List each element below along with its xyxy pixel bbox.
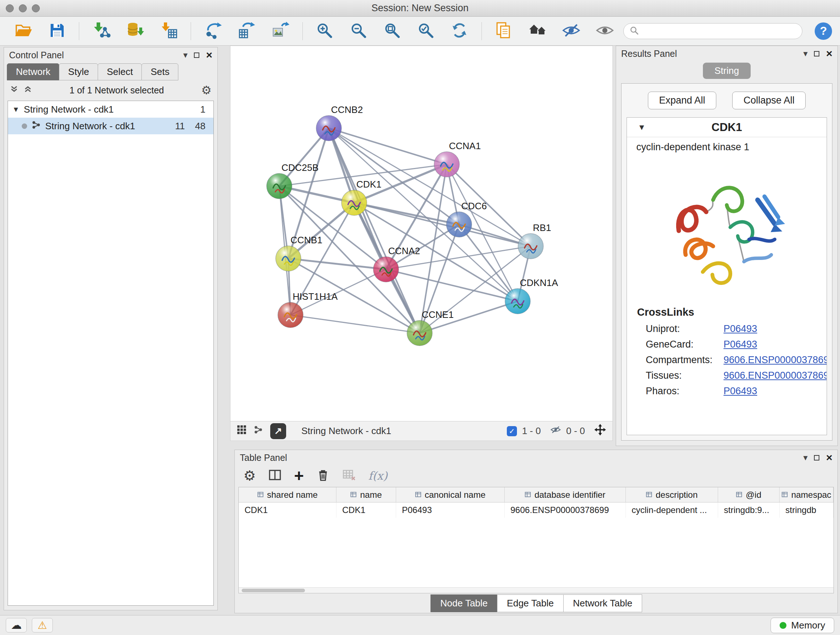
panel-float-icon[interactable]	[194, 52, 199, 58]
search-input[interactable]	[643, 26, 797, 36]
expand-all-button[interactable]: Expand All	[648, 92, 717, 109]
warnings-button[interactable]: ⚠	[32, 618, 53, 632]
zoom-selected-button[interactable]	[410, 19, 441, 43]
panel-menu-icon[interactable]: ▾	[803, 49, 807, 58]
table-row[interactable]: CDK1 CDK1 P06493 9606.ENSP00000378699 cy…	[239, 502, 834, 518]
pan-move-icon[interactable]	[594, 424, 606, 438]
collapse-all-icon[interactable]	[10, 85, 19, 96]
panel-close-icon[interactable]: ×	[826, 48, 832, 59]
panel-close-icon[interactable]: ×	[826, 452, 832, 463]
panel-float-icon[interactable]	[814, 51, 819, 57]
node-label: CCNA1	[449, 141, 481, 151]
show-columns-icon[interactable]	[268, 468, 282, 483]
export-image-button[interactable]	[265, 19, 296, 43]
crosslink-row: Compartments: 9606.ENSP00000378699	[627, 352, 827, 368]
cloud-status-button[interactable]: ☁	[6, 618, 27, 632]
column-header[interactable]: description	[626, 487, 718, 502]
cell-description[interactable]: cyclin-dependent ...	[626, 502, 718, 518]
database-import-icon	[126, 21, 144, 41]
column-header[interactable]: @id	[718, 487, 780, 502]
import-table-button[interactable]	[153, 19, 184, 43]
save-session-button[interactable]	[42, 19, 73, 43]
cell-name[interactable]: CDK1	[336, 502, 396, 518]
network-glyph-icon[interactable]	[254, 425, 263, 437]
panel-menu-icon[interactable]: ▾	[183, 51, 187, 59]
network-node[interactable]: CCNB1	[276, 234, 322, 271]
column-header[interactable]: canonical name	[396, 487, 505, 502]
network-collection-row[interactable]: ▼ String Network - cdk1 1	[8, 101, 213, 118]
copy-button[interactable]	[488, 19, 519, 43]
hide-selected-button[interactable]	[556, 19, 586, 43]
panel-menu-icon[interactable]: ▾	[803, 453, 807, 462]
tab-node-table[interactable]: Node Table	[431, 594, 497, 612]
crosslink-compartments-link[interactable]: 9606.ENSP00000378699	[723, 355, 827, 366]
horizontal-scrollbar[interactable]	[239, 587, 834, 593]
node-label: CCNA2	[388, 245, 420, 256]
crosslink-tissues-link[interactable]: 9606.ENSP00000378699	[723, 370, 827, 381]
scrollbar-thumb[interactable]	[242, 589, 305, 592]
expand-all-icon[interactable]	[24, 85, 32, 96]
zoom-fit-button[interactable]	[377, 19, 407, 43]
delete-column-trash-icon[interactable]	[316, 468, 330, 483]
cell-shared-name[interactable]: CDK1	[239, 502, 336, 518]
column-header[interactable]: name	[336, 487, 396, 502]
open-session-button[interactable]	[8, 19, 39, 43]
add-column-icon[interactable]: +	[294, 467, 304, 484]
network-node[interactable]: CDKN1A	[505, 277, 558, 314]
export-table-button[interactable]	[231, 19, 262, 43]
memory-button[interactable]: Memory	[771, 618, 834, 633]
column-header[interactable]: namespac	[780, 487, 834, 502]
tab-string[interactable]: String	[703, 63, 751, 79]
import-network-file-button[interactable]	[86, 19, 117, 43]
crosslink-row: Tissues: 9606.ENSP00000378699	[627, 368, 827, 383]
show-all-button[interactable]	[589, 19, 620, 43]
tree-expand-icon[interactable]: ▼	[12, 105, 19, 114]
crosslink-genecard-link[interactable]: P06493	[723, 339, 757, 350]
cell-canonical-name[interactable]: P06493	[396, 502, 505, 518]
table-settings-gear-icon[interactable]: ⚙	[243, 469, 256, 483]
apply-layout-button[interactable]	[444, 19, 475, 43]
network-canvas[interactable]: CCNB2CCNA1CDC25BCDK1CDC6RB1CCNB1CCNA2CDK…	[231, 46, 613, 421]
crosslink-uniprot-link[interactable]: P06493	[723, 323, 757, 334]
home-button[interactable]	[522, 19, 553, 43]
network-view: CCNB2CCNA1CDC25BCDK1CDC6RB1CCNB1CCNA2CDK…	[230, 46, 613, 441]
column-header[interactable]: database identifier	[505, 487, 626, 502]
global-search-field[interactable]	[623, 23, 803, 39]
network-node[interactable]: CCNA1	[434, 141, 481, 177]
network-node[interactable]: CCNE1	[407, 309, 454, 346]
collapse-all-button[interactable]: Collapse All	[732, 92, 806, 109]
function-builder-button[interactable]: f(x)	[368, 469, 387, 482]
tab-sets[interactable]: Sets	[141, 63, 178, 80]
edge-count: 48	[195, 120, 205, 132]
network-share-icon	[32, 120, 41, 132]
help-button[interactable]: ?	[815, 22, 832, 40]
zoom-in-button[interactable]	[309, 19, 340, 43]
selected-checkbox-icon[interactable]: ✓	[507, 426, 517, 436]
network-row[interactable]: String Network - cdk1 11 48	[8, 118, 213, 134]
cell-database-identifier[interactable]: 9606.ENSP00000378699	[505, 502, 626, 518]
zoom-out-button[interactable]	[343, 19, 374, 43]
tab-style[interactable]: Style	[59, 63, 98, 80]
panel-float-icon[interactable]	[814, 455, 819, 461]
open-in-new-window-button[interactable]: ↗	[270, 423, 286, 439]
network-view-title: String Network - cdk1	[302, 425, 392, 437]
cell-namespace[interactable]: stringdb	[780, 502, 834, 518]
tab-network[interactable]: Network	[7, 63, 59, 80]
tab-edge-table[interactable]: Edge Table	[497, 594, 564, 612]
tab-select[interactable]: Select	[98, 63, 142, 80]
gene-card-header[interactable]: ▼ CDK1	[627, 118, 827, 137]
gear-icon[interactable]: ⚙	[201, 84, 212, 96]
gene-name: CDK1	[712, 121, 742, 134]
network-node[interactable]: RB1	[518, 222, 551, 259]
cell-id[interactable]: stringdb:9...	[718, 502, 780, 518]
tab-network-table[interactable]: Network Table	[563, 594, 642, 612]
grid-view-icon[interactable]	[237, 425, 246, 437]
panel-close-icon[interactable]: ×	[206, 50, 212, 60]
export-network-button[interactable]	[197, 19, 228, 43]
collapse-section-icon[interactable]: ▼	[638, 123, 646, 132]
network-node[interactable]: HIST1H1A	[278, 291, 338, 328]
import-network-database-button[interactable]	[120, 19, 150, 43]
column-header[interactable]: shared name	[239, 487, 336, 502]
crosslink-pharos-link[interactable]: P06493	[723, 386, 757, 397]
network-node[interactable]: CCNB2	[316, 104, 363, 141]
